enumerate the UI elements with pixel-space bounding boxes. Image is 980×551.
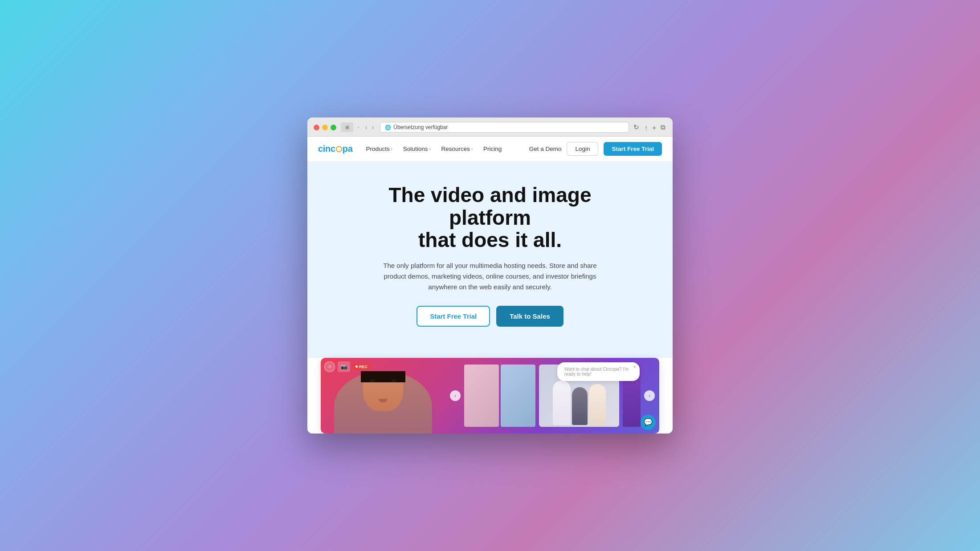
- prev-icon: ‹: [454, 393, 456, 398]
- rec-label: REC: [359, 365, 368, 369]
- person-2: [572, 387, 588, 425]
- person-face: [363, 371, 403, 411]
- new-tab-button[interactable]: +: [651, 123, 657, 132]
- thumbnail-2[interactable]: [501, 365, 535, 427]
- nav-products-label: Products: [366, 146, 390, 152]
- minimize-traffic-light[interactable]: [322, 125, 328, 130]
- nav-items: Products › Solutions › Resources › Prici…: [362, 143, 520, 155]
- address-bar-text: Übersetzung verfügbar: [393, 124, 448, 130]
- tabs-button[interactable]: ⊞: [341, 122, 353, 132]
- chat-tooltip: × Want to chat about Cincopa? I'm ready …: [557, 362, 640, 381]
- video-panel: ⊙ 📷 REC: [321, 358, 445, 434]
- thumbnail-1[interactable]: [464, 365, 499, 427]
- get-demo-link[interactable]: Get a Demo: [529, 146, 562, 152]
- browser-chrome: ⊞ › ‹ › 🌐 Übersetzung verfügbar ↻ ↑ + ⧉: [307, 117, 673, 137]
- traffic-lights: [314, 125, 336, 130]
- nav-resources[interactable]: Resources ›: [437, 143, 477, 155]
- thumbnail-area: [464, 365, 535, 427]
- forward-arrow[interactable]: ›: [370, 123, 376, 132]
- solutions-chevron: ›: [429, 147, 430, 151]
- hero-start-trial-button[interactable]: Start Free Trial: [416, 306, 490, 327]
- nav-solutions[interactable]: Solutions ›: [399, 143, 435, 155]
- login-button[interactable]: Login: [567, 142, 598, 156]
- products-chevron: ›: [391, 147, 392, 151]
- person-hair: [361, 371, 405, 382]
- right-eye: [391, 379, 396, 382]
- navbar: cincpa Products › Solutions › Resources …: [307, 137, 673, 162]
- hero-subtitle: The only platform for all your multimedi…: [379, 260, 601, 292]
- right-panel: ‹: [445, 358, 659, 434]
- hero-buttons: Start Free Trial Talk to Sales: [321, 306, 659, 327]
- logo-o-circle: [336, 146, 342, 152]
- copy-button[interactable]: ⧉: [660, 122, 666, 132]
- hero-title-line1: The video and image platform: [389, 183, 592, 229]
- browser-window: ⊞ › ‹ › 🌐 Übersetzung verfügbar ↻ ↑ + ⧉ …: [307, 117, 673, 434]
- globe-icon: 🌐: [385, 125, 391, 130]
- share-button[interactable]: ↑: [644, 123, 649, 132]
- nav-resources-label: Resources: [441, 146, 470, 152]
- nav-solutions-label: Solutions: [403, 146, 428, 152]
- thumbnail-row-1: [464, 365, 535, 427]
- logo-text-pa: pa: [343, 144, 353, 154]
- nav-products[interactable]: Products ›: [362, 143, 397, 155]
- camera-icon: 📷: [338, 361, 350, 372]
- chat-icon-button[interactable]: 💬: [641, 415, 656, 430]
- left-eye: [370, 379, 375, 382]
- resources-chevron: ›: [471, 147, 473, 151]
- browser-actions: ↑ + ⧉: [644, 122, 666, 132]
- carousel-prev[interactable]: ‹: [450, 390, 461, 401]
- website-content: cincpa Products › Solutions › Resources …: [307, 137, 673, 434]
- maximize-traffic-light[interactable]: [331, 125, 336, 130]
- close-traffic-light[interactable]: [314, 125, 319, 130]
- close-chat-tooltip[interactable]: ×: [633, 364, 636, 369]
- demo-preview-section: ⊙ 📷 REC: [307, 358, 673, 434]
- hero-section: The video and image platform that does i…: [307, 162, 673, 358]
- logo[interactable]: cincpa: [318, 144, 353, 154]
- logo-text-cin: cinc: [318, 144, 335, 154]
- chat-tooltip-text: Want to chat about Cincopa? I'm ready to…: [564, 367, 629, 377]
- demo-preview-inner: ⊙ 📷 REC: [321, 358, 659, 434]
- address-bar[interactable]: 🌐 Übersetzung verfügbar: [380, 122, 629, 133]
- rec-badge: REC: [353, 364, 370, 370]
- people-silhouettes: [553, 381, 606, 425]
- hero-talk-sales-button[interactable]: Talk to Sales: [496, 306, 564, 327]
- record-indicator: ⊙: [324, 361, 335, 372]
- video-top-bar: ⊙ 📷 REC: [324, 361, 442, 372]
- person-preview: [321, 371, 445, 434]
- nav-right: Get a Demo Login Start Free Trial: [529, 142, 662, 156]
- chat-icon: 💬: [644, 418, 653, 426]
- person-3: [589, 384, 606, 425]
- mouth: [379, 399, 388, 402]
- nav-arrows: ‹ ›: [363, 123, 376, 132]
- hero-title: The video and image platform that does i…: [352, 184, 628, 251]
- hero-title-line2: that does it all.: [418, 228, 562, 251]
- nav-pricing[interactable]: Pricing: [479, 143, 506, 155]
- refresh-button[interactable]: ↻: [633, 123, 639, 131]
- carousel-next[interactable]: ›: [644, 390, 655, 401]
- rec-dot: [355, 365, 358, 368]
- next-icon: ›: [649, 393, 650, 398]
- nav-pricing-label: Pricing: [483, 146, 502, 152]
- person-1: [553, 381, 571, 425]
- start-trial-nav-button[interactable]: Start Free Trial: [604, 142, 662, 156]
- back-arrow[interactable]: ‹: [363, 123, 369, 132]
